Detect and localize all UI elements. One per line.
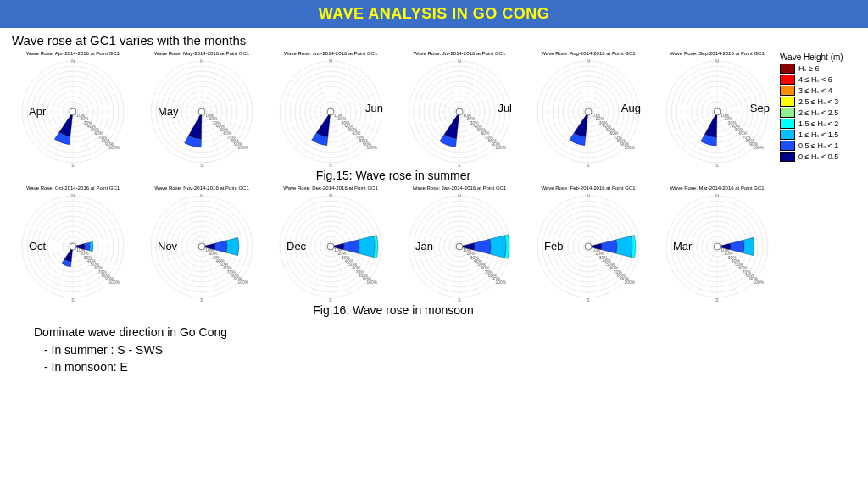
svg-point-350	[327, 243, 334, 250]
legend-swatch	[780, 86, 795, 96]
svg-text:S: S	[329, 163, 332, 167]
svg-line-331	[311, 247, 331, 293]
svg-point-155	[456, 108, 463, 115]
svg-line-247	[73, 227, 120, 247]
svg-text:100%: 100%	[495, 280, 506, 285]
svg-point-428	[585, 243, 592, 250]
legend-item: 0.5 ≤ Hₛ < 1	[780, 141, 861, 151]
rose-cell: Wave Rose: Feb-2014-2016 at Point GC1NS1…	[526, 186, 651, 302]
svg-line-179	[542, 92, 588, 112]
subtitle: Wave rose at GC1 varies with the months	[0, 28, 868, 51]
svg-point-311	[198, 243, 205, 250]
month-label: Jun	[365, 102, 383, 114]
svg-line-323	[331, 200, 350, 247]
legend-label: 1 ≤ Hₛ < 1.5	[798, 130, 838, 139]
rose-title: Wave Rose: Feb-2014-2016 at Point GC1	[541, 186, 635, 191]
svg-line-448	[698, 247, 717, 293]
rose-cell: Wave Rose: Aug-2014-2016 at Point GC1NS1…	[526, 51, 651, 167]
svg-line-64	[182, 65, 202, 112]
svg-line-13	[73, 92, 120, 112]
rose-cell: Wave Rose: Sep-2014-2016 at Point GC1NS1…	[654, 51, 780, 167]
svg-line-181	[569, 65, 588, 112]
svg-line-128	[459, 65, 479, 112]
legend-item: 4 ≤ Hₛ < 6	[780, 75, 861, 85]
svg-point-233	[714, 108, 721, 115]
svg-line-415	[569, 200, 588, 247]
rose-cell: Wave Rose: Mar-2014-2016 at Point GC1NS1…	[654, 186, 780, 302]
rose-title: Wave Rose: Jan-2014-2016 at Point GC1	[413, 186, 507, 191]
dominate-line: - In monsoon: E	[44, 359, 834, 376]
legend-swatch	[780, 64, 795, 74]
svg-line-103	[311, 65, 331, 112]
legend-swatch	[780, 141, 795, 151]
rose-cell: Wave Rose: Jan-2014-2016 at Point GC1NS1…	[397, 186, 522, 302]
svg-text:N: N	[458, 58, 461, 64]
month-label: Mar	[673, 240, 692, 252]
rose-title: Wave Rose: Apr-2014-2016 at Point GC1	[26, 51, 120, 56]
svg-point-272	[70, 243, 76, 250]
legend-item: Hₛ ≥ 6	[780, 64, 861, 74]
svg-text:100%: 100%	[237, 280, 248, 285]
svg-text:S: S	[200, 163, 203, 167]
svg-line-259	[53, 200, 73, 247]
svg-line-101	[284, 92, 331, 112]
legend-item: 1.5 ≤ Hₛ < 2	[780, 119, 861, 129]
legend-swatch	[780, 130, 795, 140]
rose-cell: Wave Rose: Jun-2014-2016 at Point GC1NS1…	[268, 51, 393, 167]
month-label: Feb	[544, 240, 563, 252]
svg-text:S: S	[71, 163, 75, 167]
legend-item: 2.5 ≤ Hₛ < 3	[780, 97, 861, 107]
dominate-block: Dominate wave direction in Go Cong - In …	[0, 320, 868, 375]
rose-cell: Wave Rose: May-2014-2016 at Point GC1NS1…	[139, 51, 264, 167]
caption-monsoon: Fig.16: Wave rose in monsoon	[7, 303, 780, 317]
rose-title: Wave Rose: Sep-2014-2016 at Point GC1	[670, 51, 765, 56]
svg-text:N: N	[200, 58, 203, 64]
rose-title: Wave Rose: Nov-2014-2016 at Point GC1	[154, 186, 249, 191]
svg-text:100%: 100%	[108, 280, 120, 285]
svg-text:S: S	[329, 297, 332, 302]
svg-text:N: N	[200, 193, 203, 198]
svg-text:100%: 100%	[366, 280, 377, 285]
svg-line-409	[569, 247, 588, 293]
svg-text:N: N	[715, 58, 719, 64]
svg-text:N: N	[715, 193, 719, 198]
svg-text:100%: 100%	[366, 145, 377, 150]
legend-swatch	[780, 97, 795, 107]
rose-cell: Wave Rose: Dec-2014-2016 at Point GC1NS1…	[268, 186, 393, 302]
legend-label: 2 ≤ Hₛ < 2.5	[798, 108, 838, 117]
svg-line-245	[73, 200, 92, 247]
legend-label: 1.5 ≤ Hₛ < 2	[798, 119, 838, 128]
rose-cell: Wave Rose: Apr-2014-2016 at Point GC1NS1…	[10, 51, 136, 167]
svg-line-25	[53, 65, 73, 112]
svg-line-52	[202, 92, 248, 112]
svg-text:S: S	[587, 297, 590, 302]
rose-cell: Wave Rose: Nov-2014-2016 at Point GC1NS1…	[139, 186, 264, 302]
legend-label: 2.5 ≤ Hₛ < 3	[798, 97, 838, 106]
month-label: Apr	[29, 105, 46, 118]
legend-label: 0.5 ≤ Hₛ < 1	[798, 141, 838, 150]
svg-text:S: S	[458, 297, 461, 302]
legend-label: 4 ≤ Hₛ < 6	[798, 75, 832, 84]
svg-text:N: N	[329, 58, 332, 64]
svg-line-298	[182, 200, 202, 247]
legend-swatch	[780, 108, 795, 118]
charts-area: Wave Rose: Apr-2014-2016 at Point GC1NS1…	[7, 51, 780, 320]
svg-line-89	[331, 65, 350, 112]
svg-text:100%: 100%	[108, 145, 120, 150]
svg-text:N: N	[587, 193, 590, 198]
legend-swatch	[780, 75, 795, 85]
svg-line-11	[73, 65, 92, 112]
svg-text:N: N	[458, 193, 461, 198]
legend-title: Wave Height (m)	[780, 53, 861, 62]
rose-cell: Wave Rose: Jul-2014-2016 at Point GC1NS1…	[397, 51, 522, 167]
svg-line-206	[717, 65, 737, 112]
svg-point-116	[327, 108, 334, 115]
svg-text:S: S	[200, 297, 203, 302]
svg-line-454	[698, 200, 717, 247]
rose-title: Wave Rose: Dec-2014-2016 at Point GC1	[283, 186, 378, 191]
row-summer: Wave Rose: Apr-2014-2016 at Point GC1NS1…	[7, 51, 780, 167]
svg-text:100%: 100%	[495, 145, 506, 150]
month-label: Nov	[158, 240, 177, 252]
svg-text:S: S	[715, 163, 719, 167]
svg-text:N: N	[329, 193, 332, 198]
